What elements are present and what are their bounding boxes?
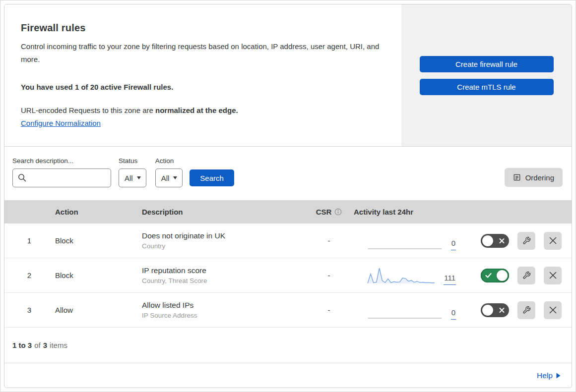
help-row: Help (4, 363, 572, 388)
header-csr: CSR (307, 208, 351, 216)
rule-csr-value: - (307, 271, 351, 280)
info-icon[interactable] (334, 208, 342, 216)
search-group: Search description... (12, 157, 111, 187)
close-icon (549, 272, 557, 279)
edit-rule-button[interactable] (517, 301, 535, 319)
create-firewall-rule-button[interactable]: Create firewall rule (420, 56, 554, 72)
filter-bar: Search description... Status All Action (4, 147, 572, 200)
edit-rule-button[interactable] (517, 267, 535, 284)
delete-rule-button[interactable] (544, 267, 562, 284)
action-filter-group: Action All (155, 157, 183, 187)
rule-fields: IP Source Address (142, 312, 307, 319)
ordering-list-icon (513, 173, 521, 181)
rule-activity-cell: 0 (351, 301, 471, 320)
activity-sparkline (367, 231, 443, 250)
activity-count-link[interactable]: 0 (451, 239, 456, 250)
action-dropdown-value: All (161, 174, 170, 182)
activity-sparkline (367, 301, 443, 320)
rule-fields: Country (142, 242, 307, 250)
activity-sparkline (367, 266, 436, 285)
search-input[interactable] (12, 168, 111, 187)
search-button[interactable]: Search (190, 169, 234, 186)
rule-priority: 1 (4, 236, 54, 245)
table-row: 3 Allow Allow listed IPs IP Source Addre… (4, 293, 572, 328)
rule-description-cell: IP reputation score Country, Threat Scor… (142, 266, 307, 284)
x-mark-icon (499, 238, 505, 243)
rule-description-cell: Allow listed IPs IP Source Address (142, 301, 307, 319)
header-csr-label: CSR (316, 208, 332, 216)
rule-priority: 2 (4, 271, 54, 280)
activity-count-link[interactable]: 0 (451, 308, 456, 320)
close-icon (549, 306, 557, 314)
rule-csr-value: - (307, 236, 351, 245)
search-label: Search description... (12, 157, 111, 165)
rule-action: Allow (54, 306, 142, 314)
rule-action: Block (54, 271, 142, 280)
rule-controls (471, 301, 562, 319)
edit-rule-button[interactable] (517, 232, 535, 250)
action-label: Action (155, 157, 183, 165)
toggle-knob (482, 235, 493, 246)
table-header-row: Action Description CSR Activity last 24h… (4, 200, 572, 224)
chevron-down-icon (137, 176, 141, 179)
items-total: 3 (43, 341, 47, 349)
overview-text-column: Firewall rules Control incoming traffic … (4, 4, 401, 146)
rule-fields: Country, Threat Score (142, 277, 307, 284)
rule-description: Does not originate in UK (142, 231, 307, 240)
ordering-button[interactable]: Ordering (505, 168, 563, 187)
help-arrow-icon (556, 373, 561, 379)
normalization-bold: normalized at the edge. (155, 106, 238, 114)
rule-controls (471, 267, 562, 284)
table-row: 1 Block Does not originate in UK Country… (4, 224, 572, 258)
search-icon (18, 173, 26, 182)
rule-csr-value: - (307, 306, 351, 314)
status-label: Status (119, 157, 146, 165)
rule-activity-cell: 0 (351, 231, 471, 250)
configure-normalization-link[interactable]: Configure Normalization (21, 119, 101, 127)
rule-enabled-toggle[interactable] (481, 269, 509, 282)
help-link[interactable]: Help (537, 371, 561, 380)
toggle-knob (497, 270, 508, 281)
status-dropdown-value: All (125, 174, 133, 182)
status-filter-group: Status All (119, 157, 146, 187)
items-count-row: 1 to 3 of 3 items (4, 328, 572, 363)
check-icon (485, 273, 492, 278)
delete-rule-button[interactable] (544, 232, 562, 250)
firewall-rules-card: Firewall rules Control incoming traffic … (4, 4, 572, 388)
activity-count-link[interactable]: 111 (444, 274, 456, 285)
chevron-down-icon (173, 176, 177, 179)
rule-description: Allow listed IPs (142, 301, 307, 310)
rule-action: Block (54, 236, 142, 245)
table-body: 1 Block Does not originate in UK Country… (4, 224, 572, 328)
wrench-icon (522, 306, 531, 314)
usage-note: You have used 1 of 20 active Firewall ru… (21, 83, 386, 91)
page-frame: Firewall rules Control incoming traffic … (0, 0, 576, 392)
search-box (12, 168, 111, 187)
rule-description-cell: Does not originate in UK Country (142, 231, 307, 250)
normalization-text: URL-encoded Requests to this zone are (21, 106, 153, 114)
items-range: 1 to 3 (12, 341, 32, 349)
rule-enabled-toggle[interactable] (481, 303, 509, 317)
create-mtls-rule-button[interactable]: Create mTLS rule (420, 79, 554, 95)
items-label: items (50, 341, 67, 349)
x-mark-icon (499, 307, 505, 313)
page-title: Firewall rules (21, 22, 386, 34)
table-row: 2 Block IP reputation score Country, Thr… (4, 258, 572, 293)
page-description: Control incoming traffic to your zone by… (21, 40, 386, 66)
ordering-button-label: Ordering (525, 173, 554, 182)
normalization-note: URL-encoded Requests to this zone are no… (21, 106, 386, 114)
rule-description: IP reputation score (142, 266, 307, 275)
rule-enabled-toggle[interactable] (481, 234, 509, 248)
action-dropdown[interactable]: All (155, 168, 183, 187)
delete-rule-button[interactable] (544, 301, 562, 319)
rule-activity-cell: 111 (351, 266, 471, 285)
wrench-icon (522, 271, 531, 280)
overview-panel: Firewall rules Control incoming traffic … (4, 4, 572, 147)
toggle-knob (482, 305, 493, 316)
actions-panel: Create firewall rule Create mTLS rule (401, 4, 572, 146)
status-dropdown[interactable]: All (119, 168, 146, 187)
rule-priority: 3 (4, 306, 54, 314)
header-activity: Activity last 24hr (351, 208, 471, 216)
header-description: Description (142, 208, 307, 216)
help-link-label: Help (537, 371, 553, 380)
